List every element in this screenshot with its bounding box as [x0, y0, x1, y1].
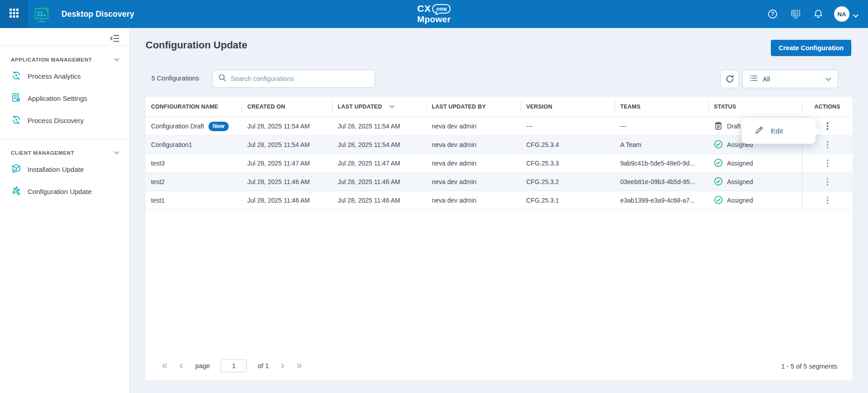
status-assigned-icon: [714, 158, 723, 169]
pagination: page of 1: [159, 360, 305, 372]
sidebar-item-label: Installation Update: [28, 166, 84, 173]
configurations-table: CONFIGURATION NAMECREATED ONLAST UPDATED…: [146, 97, 853, 380]
first-page-icon[interactable]: [159, 360, 171, 372]
table-row[interactable]: test1 Jul 28, 2025 11:46 AM Jul 28, 2025…: [146, 191, 853, 210]
row-actions-kebab-icon[interactable]: [821, 156, 835, 170]
status-label: Assigned: [727, 178, 753, 185]
sidebar: APPLICATION MANAGEMENT Process Analytics…: [0, 28, 130, 393]
status-draft-icon: [714, 121, 723, 132]
last-updated-cell: Jul 28, 2025 11:46 AM: [332, 191, 426, 209]
sidebar-nav: APPLICATION MANAGEMENT Process Analytics…: [0, 46, 129, 210]
chevron-down-icon: [114, 150, 119, 156]
version-cell: CFG.25.3.1: [521, 191, 615, 209]
sidebar-section: APPLICATION MANAGEMENT Process Analytics…: [0, 46, 129, 139]
sidebar-item-label: Process Discovery: [28, 117, 84, 124]
refresh-button[interactable]: [720, 70, 739, 88]
user-menu-chevron-down-icon[interactable]: [853, 12, 859, 20]
teams-cell: e3ab1399-e3a9-4c68-a7...: [615, 191, 708, 209]
help-icon[interactable]: ?: [767, 9, 778, 19]
app-launcher-button[interactable]: [0, 0, 28, 28]
sidebar-item-installation-update[interactable]: Installation Update: [0, 158, 129, 180]
status-cell: Assigned: [708, 154, 802, 172]
sidebar-item-configuration-update[interactable]: Configuration Update: [0, 180, 129, 203]
version-cell: CFG.25.3.4: [521, 136, 615, 154]
row-actions-kebab-icon[interactable]: [821, 138, 835, 152]
top-header: Desktop Discovery CX one Mpower ? NA: [0, 0, 868, 28]
notifications-bell-icon[interactable]: [813, 9, 824, 19]
create-configuration-button[interactable]: Create Configuration: [771, 40, 851, 56]
teams-cell: 03eeb81e-09b3-4b5d-95...: [615, 173, 708, 191]
user-avatar[interactable]: NA: [834, 6, 849, 22]
last-updated-cell: Jul 28, 2025 11:54 AM: [332, 117, 426, 135]
status-assigned-icon: [714, 140, 723, 150]
status-label: Assigned: [727, 197, 753, 204]
column-header-actions: ACTIONS: [802, 97, 853, 117]
cxone-mpower-logo: CX one Mpower: [417, 3, 451, 24]
version-cell: CFG.25.3.3: [521, 154, 615, 172]
table-row[interactable]: test3 Jul 28, 2025 11:47 AM Jul 28, 2025…: [146, 154, 853, 173]
search-input[interactable]: [231, 75, 369, 82]
logo-one-bubble: one: [432, 4, 451, 14]
sidebar-item-label: Application Settings: [28, 95, 87, 102]
sidebar-section: CLIENT MANAGEMENT Installation Update Co…: [0, 139, 129, 210]
search-icon: [218, 74, 226, 84]
logo-cx-text: CX: [417, 3, 431, 14]
column-header-last-updated-by: LAST UPDATED BY: [426, 97, 521, 117]
sidebar-item-application-settings[interactable]: Application Settings: [0, 87, 129, 109]
filter-dropdown[interactable]: All: [742, 70, 838, 88]
column-header-last-updated[interactable]: LAST UPDATED: [332, 97, 426, 117]
actions-cell: [802, 154, 853, 172]
column-header-teams: TEAMS: [615, 97, 708, 117]
sidebar-item-process-analytics[interactable]: Process Analytics: [0, 65, 129, 87]
process-analytics-icon: [11, 70, 22, 82]
status-label: Draft: [727, 123, 741, 130]
column-header-configuration-name: CONFIGURATION NAME: [146, 97, 242, 117]
edit-menu-item[interactable]: Edit: [771, 127, 783, 135]
sidebar-section-header[interactable]: APPLICATION MANAGEMENT: [0, 57, 129, 65]
actions-cell: [802, 191, 853, 209]
status-cell: Assigned: [708, 191, 802, 209]
table-row[interactable]: test2 Jul 28, 2025 11:46 AM Jul 28, 2025…: [146, 173, 853, 191]
sidebar-item-process-discovery[interactable]: Process Discovery: [0, 109, 129, 132]
row-actions-kebab-icon[interactable]: [821, 119, 835, 133]
created-on-cell: Jul 28, 2025 11:46 AM: [242, 173, 332, 191]
process-discovery-icon: [11, 114, 22, 127]
created-on-cell: Jul 28, 2025 11:54 AM: [242, 117, 332, 135]
previous-page-icon[interactable]: [175, 360, 187, 372]
configuration-name: Configuration1: [151, 141, 192, 148]
page-title: Configuration Update: [146, 39, 247, 51]
last-updated-by-cell: neva dev admin: [426, 117, 521, 135]
page-label: page: [195, 362, 210, 369]
desktop-discovery-app-icon: [33, 5, 53, 25]
application-settings-icon: [11, 92, 22, 104]
teams-cell: A Team: [615, 136, 708, 154]
filter-selected-value: All: [763, 76, 770, 83]
created-on-cell: Jul 28, 2025 11:54 AM: [242, 136, 332, 154]
search-box: [212, 70, 375, 88]
version-cell: ---: [521, 117, 615, 135]
presentation-icon[interactable]: [790, 9, 801, 19]
last-updated-by-cell: neva dev admin: [426, 173, 521, 191]
row-actions-kebab-icon[interactable]: [821, 194, 835, 207]
row-context-menu-edit[interactable]: Edit: [742, 118, 816, 144]
row-actions-kebab-icon[interactable]: [821, 175, 835, 189]
installation-update-icon: [11, 163, 22, 175]
column-header-created-on: CREATED ON: [242, 97, 332, 117]
configuration-name: test3: [151, 160, 165, 167]
version-cell: CFG.25.3.2: [521, 173, 615, 191]
sidebar-item-label: Process Analytics: [28, 72, 81, 80]
teams-cell: 9ab9c41b-5de5-48e0-9d...: [615, 154, 708, 172]
sort-chevron-down-icon[interactable]: [389, 104, 395, 110]
last-updated-by-cell: neva dev admin: [426, 154, 521, 172]
sidebar-collapse-icon[interactable]: [109, 33, 120, 44]
new-badge: New: [208, 122, 229, 131]
configuration-name: test1: [151, 197, 165, 204]
sidebar-section-header[interactable]: CLIENT MANAGEMENT: [0, 150, 129, 158]
next-page-icon[interactable]: [277, 360, 288, 372]
configurations-count: 5 Configurations: [151, 75, 199, 82]
pencil-icon: [754, 125, 764, 137]
page-input[interactable]: [221, 360, 247, 372]
last-page-icon[interactable]: [293, 360, 305, 372]
last-updated-cell: Jul 28, 2025 11:46 AM: [332, 173, 426, 191]
sidebar-section-label: CLIENT MANAGEMENT: [11, 150, 74, 156]
